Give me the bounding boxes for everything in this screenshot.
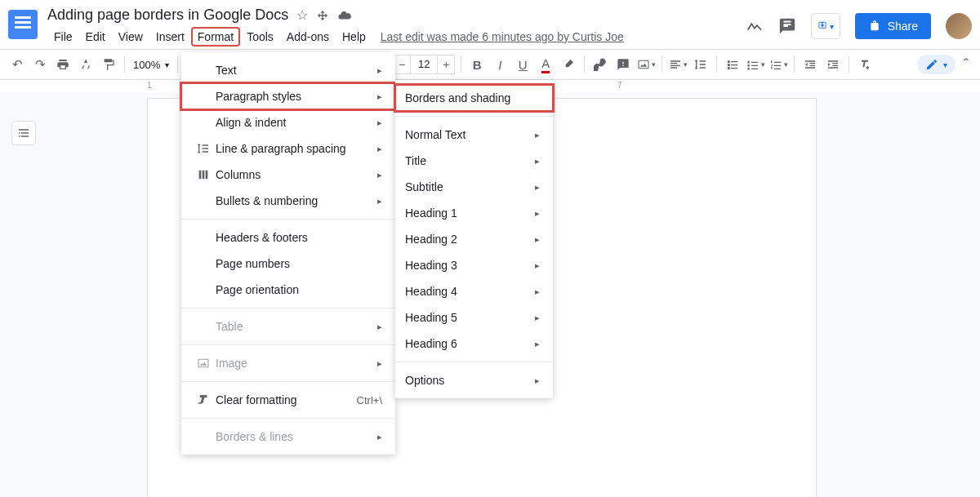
svg-rect-1 bbox=[639, 60, 648, 68]
menu-format[interactable]: Format bbox=[191, 27, 240, 47]
format-menu-line-paragraph-spacing[interactable]: Line & paragraph spacing▸ bbox=[181, 135, 395, 162]
format-menu-bullets-numbering[interactable]: Bullets & numbering▸ bbox=[181, 188, 395, 214]
paragraph-styles-heading-2[interactable]: Heading 2▸ bbox=[395, 226, 553, 252]
activity-icon[interactable] bbox=[746, 17, 764, 35]
spellcheck-button[interactable] bbox=[75, 54, 96, 75]
chevron-right-icon: ▸ bbox=[535, 375, 540, 386]
chevron-right-icon: ▸ bbox=[535, 208, 540, 219]
share-button[interactable]: Share bbox=[855, 13, 931, 39]
decrease-indent-button[interactable] bbox=[800, 54, 821, 75]
star-icon[interactable]: ☆ bbox=[296, 7, 308, 23]
insert-link-button[interactable] bbox=[590, 54, 611, 75]
present-button[interactable]: ▾ bbox=[811, 13, 840, 39]
paragraph-styles-heading-4[interactable]: Heading 4▸ bbox=[395, 278, 553, 304]
font-size-increase[interactable]: + bbox=[437, 55, 455, 74]
chevron-right-icon: ▸ bbox=[377, 170, 382, 180]
chevron-right-icon: ▸ bbox=[377, 118, 382, 128]
highlight-button[interactable] bbox=[558, 54, 579, 75]
chevron-right-icon: ▸ bbox=[535, 260, 540, 271]
format-menu-headers-footers[interactable]: Headers & footers bbox=[181, 224, 395, 251]
format-menu-borders-lines: Borders & lines▸ bbox=[181, 424, 395, 450]
line-spacing-button[interactable] bbox=[690, 54, 711, 75]
chevron-right-icon: ▸ bbox=[535, 182, 540, 193]
format-menu: Text▸Paragraph styles▸Align & indent▸Lin… bbox=[181, 52, 395, 455]
paragraph-styles-subtitle[interactable]: Subtitle▸ bbox=[395, 174, 553, 200]
zoom-select[interactable]: 100%▾ bbox=[130, 59, 172, 71]
chevron-right-icon: ▸ bbox=[377, 91, 382, 102]
add-comment-button[interactable] bbox=[612, 54, 634, 75]
menu-tools[interactable]: Tools bbox=[240, 27, 280, 47]
chevron-right-icon: ▸ bbox=[377, 432, 382, 442]
format-menu-paragraph-styles[interactable]: Paragraph styles▸ bbox=[181, 83, 395, 109]
paragraph-styles-title[interactable]: Title▸ bbox=[395, 148, 553, 174]
document-title[interactable]: Adding page borders in Google Docs bbox=[47, 7, 288, 24]
svg-rect-2 bbox=[198, 359, 208, 366]
paragraph-styles-heading-3[interactable]: Heading 3▸ bbox=[395, 252, 553, 278]
hide-sidebar-button[interactable]: ˆ bbox=[959, 56, 973, 73]
redo-button[interactable]: ↷ bbox=[29, 54, 51, 75]
menu-insert[interactable]: Insert bbox=[149, 27, 191, 47]
chevron-right-icon: ▸ bbox=[377, 196, 382, 206]
clear-icon bbox=[191, 393, 216, 406]
insert-image-button[interactable]: ▾ bbox=[635, 54, 657, 75]
paint-format-button[interactable] bbox=[98, 54, 119, 75]
linespacing-icon bbox=[191, 142, 216, 155]
numbered-list-button[interactable]: ▾ bbox=[768, 54, 789, 75]
text-color-button[interactable]: A bbox=[535, 54, 556, 75]
chevron-right-icon: ▸ bbox=[377, 65, 382, 76]
chevron-right-icon: ▸ bbox=[535, 130, 540, 140]
document-outline-button[interactable] bbox=[11, 121, 36, 145]
docs-logo[interactable] bbox=[8, 10, 38, 39]
format-menu-columns[interactable]: Columns▸ bbox=[181, 162, 395, 188]
format-menu-align-indent[interactable]: Align & indent▸ bbox=[181, 109, 395, 135]
paragraph-styles-normal-text[interactable]: Normal Text▸ bbox=[395, 122, 553, 148]
format-menu-page-numbers[interactable]: Page numbers bbox=[181, 251, 395, 277]
paragraph-styles-borders-and-shading[interactable]: Borders and shading bbox=[395, 85, 553, 111]
format-menu-text[interactable]: Text▸ bbox=[181, 57, 395, 83]
menu-edit[interactable]: Edit bbox=[79, 27, 112, 47]
last-edit-link[interactable]: Last edit was made 6 minutes ago by Curt… bbox=[381, 30, 624, 43]
font-size-value[interactable]: 12 bbox=[411, 55, 437, 74]
columns-icon bbox=[191, 168, 216, 181]
editing-mode-button[interactable]: ▾ bbox=[917, 55, 956, 74]
paragraph-styles-heading-5[interactable]: Heading 5▸ bbox=[395, 304, 553, 331]
clear-formatting-button[interactable] bbox=[854, 54, 875, 75]
chevron-right-icon: ▸ bbox=[377, 322, 382, 332]
menu-add-ons[interactable]: Add-ons bbox=[280, 27, 336, 47]
font-size-group: − 12 + bbox=[392, 54, 456, 75]
account-avatar[interactable] bbox=[946, 13, 972, 39]
increase-indent-button[interactable] bbox=[822, 54, 844, 75]
underline-button[interactable]: U bbox=[512, 54, 533, 75]
paragraph-styles-heading-6[interactable]: Heading 6▸ bbox=[395, 331, 553, 357]
comments-icon[interactable] bbox=[778, 17, 796, 35]
share-label: Share bbox=[888, 20, 918, 33]
image-icon bbox=[191, 357, 216, 370]
undo-button[interactable]: ↶ bbox=[7, 54, 28, 75]
menu-help[interactable]: Help bbox=[336, 27, 372, 47]
paragraph-styles-menu: Borders and shadingNormal Text▸Title▸Sub… bbox=[395, 80, 553, 398]
italic-button[interactable]: I bbox=[489, 54, 510, 75]
checklist-button[interactable] bbox=[722, 54, 743, 75]
format-menu-page-orientation[interactable]: Page orientation bbox=[181, 277, 395, 303]
move-icon[interactable] bbox=[316, 9, 329, 22]
format-menu-image: Image▸ bbox=[181, 350, 395, 376]
menu-file[interactable]: File bbox=[47, 27, 79, 47]
chevron-right-icon: ▸ bbox=[535, 234, 540, 245]
paragraph-styles-options[interactable]: Options▸ bbox=[395, 367, 553, 393]
cloud-status-icon[interactable] bbox=[337, 8, 352, 23]
print-button[interactable] bbox=[52, 54, 74, 75]
chevron-right-icon: ▸ bbox=[535, 313, 540, 323]
font-size-decrease[interactable]: − bbox=[393, 55, 411, 74]
ruler-mark: 7 bbox=[617, 81, 622, 90]
menu-view[interactable]: View bbox=[112, 27, 149, 47]
chevron-right-icon: ▸ bbox=[377, 358, 382, 369]
align-button[interactable]: ▾ bbox=[667, 54, 688, 75]
menubar: FileEditViewInsertFormatToolsAdd-onsHelp… bbox=[47, 27, 746, 47]
format-menu-clear-formatting[interactable]: Clear formattingCtrl+\ bbox=[181, 387, 395, 413]
chevron-right-icon: ▸ bbox=[535, 286, 540, 297]
bold-button[interactable]: B bbox=[466, 54, 488, 75]
paragraph-styles-heading-1[interactable]: Heading 1▸ bbox=[395, 200, 553, 226]
bulleted-list-button[interactable]: ▾ bbox=[745, 54, 766, 75]
toolbar: ↶ ↷ 100%▾ − 12 + B I U A ▾ ▾ ▾ ▾ ▾ ˆ bbox=[0, 49, 980, 80]
ruler-mark: 1 bbox=[147, 81, 152, 90]
